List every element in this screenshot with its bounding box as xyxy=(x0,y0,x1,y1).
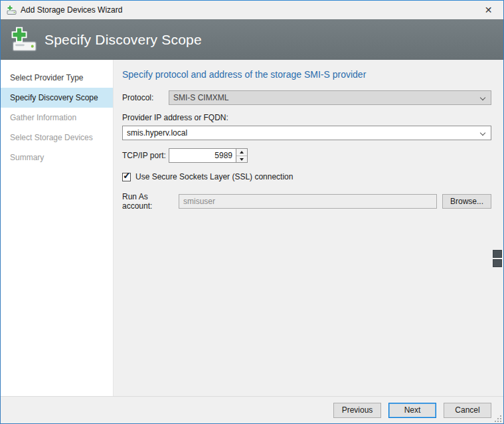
ssl-label: Use Secure Sockets Layer (SSL) connectio… xyxy=(135,172,293,181)
footer-bar: Previous Next Cancel xyxy=(1,396,503,423)
protocol-value: SMI-S CIMXML xyxy=(173,93,228,102)
add-storage-devices-wizard-window: Add Storage Devices Wizard ✕ Specify Dis… xyxy=(0,0,504,424)
port-spinbox xyxy=(169,148,248,163)
ssl-row: ✓ Use Secure Sockets Layer (SSL) connect… xyxy=(122,172,491,181)
checkmark-icon: ✓ xyxy=(123,171,131,180)
window-title: Add Storage Devices Wizard xyxy=(21,5,473,15)
scrollbar-thumb[interactable] xyxy=(493,250,502,258)
scrollbar-thumb[interactable] xyxy=(493,259,502,267)
browse-button[interactable]: Browse... xyxy=(442,194,491,209)
main-area: Select Provider Type Specify Discovery S… xyxy=(1,60,503,396)
sidebar-item-select-provider-type[interactable]: Select Provider Type xyxy=(1,68,113,88)
sidebar-item-gather-information: Gather Information xyxy=(1,108,113,128)
next-button[interactable]: Next xyxy=(388,403,436,418)
wizard-header: Specify Discovery Scope xyxy=(1,19,503,60)
wizard-steps-sidebar: Select Provider Type Specify Discovery S… xyxy=(1,60,114,396)
address-input[interactable] xyxy=(123,126,491,140)
scrollbar[interactable] xyxy=(493,250,502,267)
run-as-field: smisuser xyxy=(179,194,437,209)
storage-add-icon-small xyxy=(6,5,17,15)
page-title: Specify Discovery Scope xyxy=(44,32,202,48)
sidebar-item-select-storage-devices: Select Storage Devices xyxy=(1,128,113,148)
cancel-button[interactable]: Cancel xyxy=(444,403,491,418)
spinner-down-button[interactable] xyxy=(236,156,247,162)
storage-add-icon xyxy=(9,25,38,54)
ssl-checkbox[interactable]: ✓ xyxy=(122,173,131,181)
run-as-label: Run As account: xyxy=(122,192,179,211)
port-row: TCP/IP port: xyxy=(122,148,491,163)
previous-button[interactable]: Previous xyxy=(333,403,381,418)
content-heading: Specify protocol and address of the stor… xyxy=(122,69,491,80)
protocol-dropdown: SMI-S CIMXML xyxy=(169,90,491,105)
chevron-down-icon xyxy=(480,95,485,100)
arrow-down-icon xyxy=(240,158,244,161)
port-input[interactable] xyxy=(169,148,236,163)
protocol-row: Protocol: SMI-S CIMXML xyxy=(122,90,491,105)
arrow-up-icon xyxy=(240,151,244,154)
protocol-label: Protocol: xyxy=(122,93,169,102)
address-combobox xyxy=(122,126,491,140)
address-label: Provider IP address or FQDN: xyxy=(122,113,491,122)
sidebar-item-specify-discovery-scope[interactable]: Specify Discovery Scope xyxy=(1,88,113,108)
titlebar[interactable]: Add Storage Devices Wizard ✕ xyxy=(1,1,503,19)
port-spinner xyxy=(236,148,248,163)
spinner-up-button[interactable] xyxy=(236,149,247,156)
wizard-content: Specify protocol and address of the stor… xyxy=(114,60,503,396)
port-label: TCP/IP port: xyxy=(122,151,169,160)
sidebar-item-summary: Summary xyxy=(1,148,113,167)
close-button[interactable]: ✕ xyxy=(473,1,503,19)
resize-grip[interactable] xyxy=(493,413,502,422)
run-as-row: Run As account: smisuser Browse... xyxy=(122,192,491,211)
